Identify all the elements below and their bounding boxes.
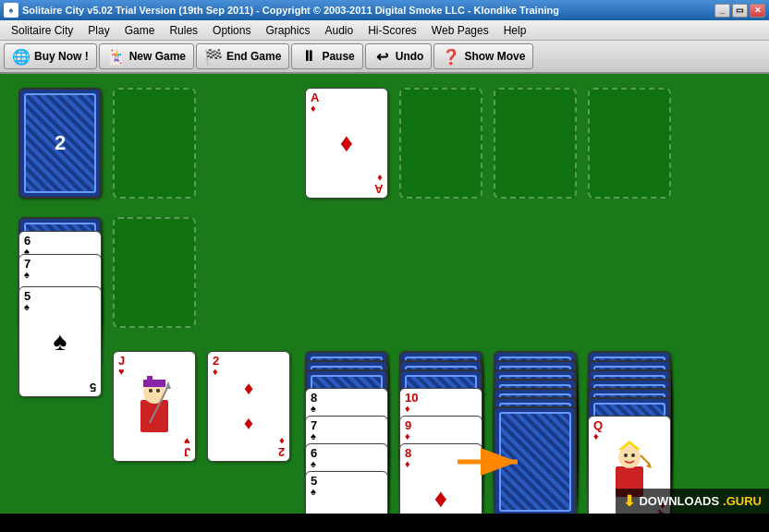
window-controls: _ ▭ ✕ — [714, 4, 765, 18]
card-suit: ♠ — [311, 404, 316, 414]
title-bar: ♠ Solitaire City v5.02 Trial Version (19… — [0, 0, 769, 20]
menu-bar: Solitaire City Play Game Rules Options G… — [0, 20, 769, 41]
card-suit: ♠ — [311, 431, 316, 441]
menu-game[interactable]: Game — [117, 22, 163, 39]
card-center: ♠ — [54, 327, 67, 357]
buy-now-label: Buy Now ! — [34, 50, 89, 63]
restore-button[interactable]: ▭ — [732, 4, 748, 18]
menu-rules[interactable]: Rules — [162, 22, 205, 39]
tableau-col4-2d[interactable]: 2 ♦ ♦ ♦ 2 ♦ — [207, 351, 290, 462]
card-suit: ♦ — [405, 404, 410, 414]
undo-icon: ↩ — [373, 47, 392, 66]
card-suit-br: ♦ — [377, 173, 383, 183]
pause-label: Pause — [322, 50, 354, 63]
svg-point-4 — [149, 389, 153, 393]
watermark-text: DOWNLOADS — [639, 494, 719, 508]
show-move-icon: ❓ — [442, 47, 460, 66]
card-center: ♦ — [434, 484, 447, 514]
card-suit: ♦ — [213, 367, 218, 377]
card-rank-br: A — [374, 183, 383, 195]
svg-point-5 — [156, 389, 160, 393]
window-title: Solitaire City v5.02 Trial Version (19th… — [22, 5, 714, 16]
menu-hiscores[interactable]: Hi-Scores — [360, 22, 424, 39]
toolbar: 🌐 Buy Now ! 🃏 New Game 🏁 End Game ⏸ Paus… — [0, 41, 769, 74]
card-suit-br: ♥ — [184, 436, 190, 446]
menu-solitaire-city[interactable]: Solitaire City — [4, 22, 80, 39]
menu-audio[interactable]: Audio — [317, 22, 360, 39]
svg-point-13 — [631, 453, 635, 457]
end-game-icon: 🏁 — [204, 47, 223, 66]
card-suit: ♠ — [24, 302, 30, 312]
end-game-button[interactable]: 🏁 End Game — [196, 43, 289, 69]
new-game-label: New Game — [129, 50, 186, 63]
new-game-icon: 🃏 — [107, 47, 126, 66]
waste-pile[interactable] — [113, 88, 196, 199]
menu-play[interactable]: Play — [80, 22, 116, 39]
tableau-col5-5s[interactable]: 5 ♠ — [305, 471, 388, 514]
card-suit: ♦ — [311, 103, 316, 114]
tableau-col3-jack[interactable]: J ♥ J ♥ — [113, 351, 196, 462]
watermark: ⬇ DOWNLOADS .GURU — [616, 489, 769, 514]
card-rank-br: J — [184, 446, 190, 458]
menu-webpages[interactable]: Web Pages — [424, 22, 496, 39]
menu-options[interactable]: Options — [205, 22, 258, 39]
undo-button[interactable]: ↩ Undo — [365, 43, 433, 69]
game-area: 2 A ♦ ♦ A ♦ 6 ♠ ♠ 6 7 ♠ ♠ ♠ ♠ 7 ♠ 5 ♠ — [0, 74, 769, 514]
svg-rect-0 — [140, 400, 168, 432]
card-rank-br: 5 — [90, 381, 96, 393]
foundation-3[interactable] — [494, 88, 577, 199]
close-button[interactable]: ✕ — [750, 4, 765, 18]
minimize-button[interactable]: _ — [714, 4, 730, 18]
card-suit: ♠ — [311, 487, 316, 497]
show-move-label: Show Move — [464, 50, 525, 63]
watermark-icon: ⬇ — [623, 492, 635, 510]
menu-graphics[interactable]: Graphics — [258, 22, 317, 39]
card-suit: ♦ — [405, 431, 410, 441]
stock-pile[interactable]: 2 — [18, 88, 102, 199]
card-center: ♦ — [340, 128, 353, 158]
card-suit: ♠ — [24, 270, 30, 280]
pause-icon: ⏸ — [299, 47, 318, 66]
svg-line-14 — [641, 455, 650, 465]
watermark-guru: .GURU — [723, 494, 762, 508]
svg-point-12 — [624, 453, 628, 457]
buy-now-icon: 🌐 — [12, 47, 31, 66]
new-game-button[interactable]: 🃏 New Game — [99, 43, 194, 69]
card-rank-br: 2 — [278, 446, 285, 458]
pause-button[interactable]: ⏸ Pause — [291, 43, 362, 69]
foundation-2[interactable] — [399, 88, 482, 199]
menu-help[interactable]: Help — [496, 22, 534, 39]
svg-rect-3 — [147, 376, 153, 381]
tableau-col1-bottom[interactable]: 5 ♠ ♠ 5 — [18, 286, 102, 397]
jack-figure — [127, 372, 182, 441]
move-arrow — [453, 448, 527, 476]
svg-marker-7 — [165, 381, 171, 389]
show-move-button[interactable]: ❓ Show Move — [433, 43, 533, 69]
svg-rect-2 — [143, 380, 165, 387]
tableau-col2-slot[interactable] — [113, 217, 196, 328]
end-game-label: End Game — [226, 50, 281, 63]
app-icon: ♠ — [4, 3, 18, 18]
card-suit: ♠ — [311, 459, 316, 469]
foundation-4[interactable] — [588, 88, 671, 199]
card-suit-br: ♦ — [279, 436, 285, 446]
card-suit: ♦ — [405, 459, 410, 469]
buy-now-button[interactable]: 🌐 Buy Now ! — [4, 43, 97, 69]
foundation-1[interactable]: A ♦ ♦ A ♦ — [305, 88, 388, 199]
undo-label: Undo — [396, 50, 424, 63]
